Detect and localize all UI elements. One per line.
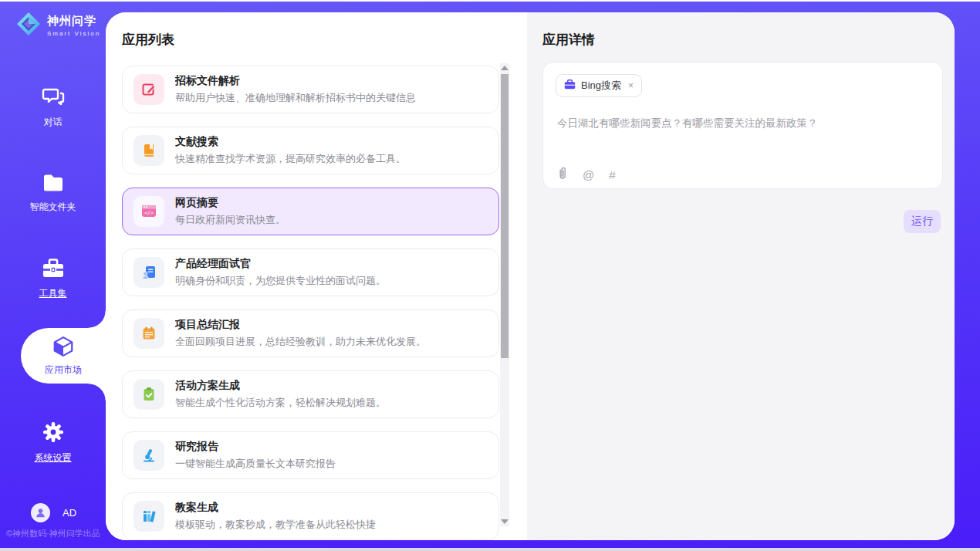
prompt-card: Bing搜索 × 今日湖北有哪些新闻要点？有哪些需要关注的最新政策？ @ # [542, 62, 943, 189]
sidebar: 神州问学 Smart Vision 对话 智能文件夹 [0, 2, 106, 543]
brand-logo: 神州问学 Smart Vision [15, 11, 100, 40]
gear-icon [42, 433, 65, 446]
app-list-title: 应用列表 [122, 31, 174, 49]
run-button[interactable]: 运行 [904, 210, 941, 233]
app-description: 一键智能生成高质量长文本研究报告 [175, 457, 336, 471]
app-card-event-plan[interactable]: 活动方案生成 智能生成个性化活动方案，轻松解决规划难题。 [122, 370, 499, 418]
scrollbar-thumb[interactable] [501, 74, 509, 358]
sidebar-item-label: 智能文件夹 [0, 201, 106, 214]
folder-icon [42, 182, 65, 195]
cube-icon [52, 347, 75, 360]
app-card-lesson-plan[interactable]: 教案生成 模板驱动，教案秒成，教学准备从此轻松快捷 [122, 492, 499, 540]
prompt-textarea[interactable]: 今日湖北有哪些新闻要点？有哪些需要关注的最新政策？ [557, 117, 930, 130]
prompt-toolbar: @ # [557, 167, 616, 183]
app-card-pm-interviewer[interactable]: 产品经理面试官 明确身份和职责，为您提供专业性的面试问题。 [122, 248, 499, 296]
edit-document-icon [133, 74, 164, 105]
app-description: 智能生成个性化活动方案，轻松解决规划难题。 [175, 396, 386, 410]
user-initials: AD [63, 507, 76, 519]
copyright-text: ©神州数码·神州问学出品 [6, 528, 100, 539]
app-list-pane: 应用列表 招标文件解析 帮助用户快速、准确地理解和解析招标书中的关键信息 [106, 12, 527, 540]
sidebar-item-label: 系统设置 [0, 451, 106, 465]
chat-icon [42, 97, 65, 110]
user-account[interactable]: AD [31, 503, 76, 522]
book-icon [133, 135, 164, 166]
sidebar-item-smart-folder[interactable]: 智能文件夹 [0, 173, 106, 214]
sidebar-item-label: 工具集 [0, 287, 106, 300]
app-name: 网页摘要 [175, 196, 286, 210]
diamond-logo-icon [15, 11, 42, 40]
app-name: 招标文件解析 [175, 74, 416, 88]
chip-close-icon[interactable]: × [628, 80, 634, 91]
app-card-web-summary[interactable]: </> 网页摘要 每日政府新闻资讯快查。 [122, 188, 499, 235]
sidebar-item-toolset[interactable]: 工具集 [0, 258, 106, 300]
app-card-literature-search[interactable]: 文献搜索 快速精准查找学术资源，提高研究效率的必备工具。 [122, 127, 499, 174]
app-detail-pane: 应用详情 Bing搜索 × 今日湖北有哪些新闻要点？有哪些需要关注的最新政策？ [527, 12, 955, 540]
app-name: 项目总结汇报 [175, 318, 426, 332]
app-description: 全面回顾项目进展，总结经验教训，助力未来优化发展。 [175, 335, 426, 349]
sidebar-item-label: 对话 [0, 116, 106, 129]
app-card-project-summary[interactable]: 项目总结汇报 全面回顾项目进展，总结经验教训，助力未来优化发展。 [122, 309, 499, 357]
svg-text:</>: </> [144, 210, 154, 216]
pill-top-fillet [89, 311, 106, 328]
browser-code-icon: </> [133, 196, 164, 227]
mention-icon[interactable]: @ [583, 168, 594, 181]
app-card-bid-analysis[interactable]: 招标文件解析 帮助用户快速、准确地理解和解析招标书中的关键信息 [122, 66, 499, 113]
app-card-list: 招标文件解析 帮助用户快速、准确地理解和解析招标书中的关键信息 文献搜索 [122, 66, 499, 540]
person-document-icon [133, 257, 164, 288]
microscope-icon [133, 440, 164, 471]
tool-chip-bing-search[interactable]: Bing搜索 × [556, 74, 642, 97]
tool-chip-label: Bing搜索 [581, 79, 621, 93]
app-card-research-report[interactable]: 研究报告 一键智能生成高质量长文本研究报告 [122, 431, 499, 479]
brand-subtitle: Smart Vision [47, 30, 100, 37]
app-name: 产品经理面试官 [175, 257, 386, 271]
app-window: 神州问学 Smart Vision 对话 智能文件夹 [0, 0, 980, 551]
calendar-note-icon [133, 318, 164, 349]
main-content: 应用列表 招标文件解析 帮助用户快速、准确地理解和解析招标书中的关键信息 [106, 12, 955, 540]
sidebar-item-chat[interactable]: 对话 [0, 86, 106, 129]
scrollbar-down-arrow-icon[interactable] [501, 519, 509, 524]
brand-name: 神州问学 [47, 14, 96, 27]
hashtag-icon[interactable]: # [609, 168, 615, 181]
app-detail-title: 应用详情 [542, 31, 595, 49]
app-name: 活动方案生成 [175, 379, 386, 393]
app-name: 教案生成 [175, 501, 376, 515]
sidebar-item-app-market[interactable]: 应用市场 [21, 328, 106, 384]
app-name: 文献搜索 [175, 135, 406, 149]
app-description: 快速精准查找学术资源，提高研究效率的必备工具。 [175, 152, 406, 166]
toolbox-icon [41, 269, 66, 282]
app-description: 每日政府新闻资讯快查。 [175, 213, 286, 227]
app-name: 研究报告 [175, 440, 336, 454]
scrollbar-up-arrow-icon[interactable] [501, 66, 509, 70]
list-scrollbar[interactable] [500, 63, 509, 526]
books-icon [133, 501, 164, 532]
sidebar-item-settings[interactable]: 系统设置 [0, 421, 106, 465]
app-description: 模板驱动，教案秒成，教学准备从此轻松快捷 [175, 518, 376, 532]
app-description: 帮助用户快速、准确地理解和解析招标书中的关键信息 [175, 91, 416, 105]
attachment-icon[interactable] [557, 167, 568, 183]
briefcase-icon [564, 79, 576, 93]
app-description: 明确身份和职责，为您提供专业性的面试问题。 [175, 274, 386, 288]
avatar [31, 503, 50, 522]
pill-bottom-fillet [89, 384, 106, 401]
clipboard-check-icon [133, 379, 164, 410]
sidebar-item-label: 应用市场 [21, 363, 106, 377]
bottom-edge-strip [0, 548, 980, 551]
